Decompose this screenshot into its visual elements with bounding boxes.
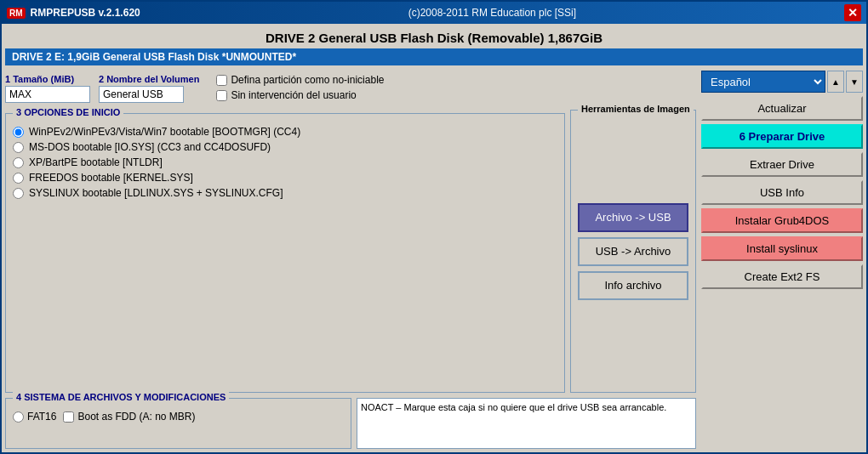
window-body: DRIVE 2 General USB Flash Disk (Removabl… [2, 24, 866, 452]
grub4dos-button[interactable]: Instalar Grub4DOS [701, 208, 863, 233]
main-window: RM RMPREPUSB v.2.1.620 (c)2008-2011 RM E… [0, 0, 868, 454]
preparar-drive-button[interactable]: 6 Preparar Drive [701, 124, 863, 149]
main-content: 1 Tamaño (MiB) 2 Nombre del Volumen Defi… [5, 71, 863, 449]
noact-box: NOACT – Marque esta caja si no quiere qu… [357, 398, 696, 449]
boot-option-2: XP/BartPE bootable [NTLDR] [13, 155, 557, 170]
section4-title: 4 SISTEMA DE ARCHIVOS Y MODIFICACIONES [13, 392, 229, 402]
boot-label-3: FREEDOS bootable [KERNEL.SYS] [29, 172, 193, 184]
right-panel: Español ▲ ▼ Actualizar 6 Preparar Drive … [701, 71, 863, 449]
boot-image-row: 3 OPCIONES DE INICIO WinPEv2/WinPEv3/Vis… [5, 110, 696, 393]
no-bootable-checkbox[interactable] [216, 75, 227, 86]
title-bar-left: RM RMPREPUSB v.2.1.620 [7, 7, 140, 19]
drive-info-bar: DRIVE 2 E: 1,9GiB General USB Flash Disk… [5, 48, 863, 65]
checkboxes-group: Defina partición como no-iniciable Sin i… [216, 74, 384, 101]
fat16-radio: FAT16 [13, 411, 56, 423]
section4-box: 4 SISTEMA DE ARCHIVOS Y MODIFICACIONES F… [5, 398, 351, 449]
language-select[interactable]: Español [701, 71, 825, 93]
volume-label: 2 Nombre del Volumen [99, 74, 199, 84]
check1-label: Defina partición como no-iniciable [231, 74, 384, 86]
close-button[interactable]: ✕ [844, 4, 861, 21]
image-tools-group: Herramientas de Imagen Archivo -> USB US… [570, 110, 696, 393]
boot-fdd-label: Boot as FDD (A: no MBR) [77, 411, 195, 423]
info-archivo-button[interactable]: Info archivo [578, 271, 688, 300]
drive-header: DRIVE 2 General USB Flash Disk (Removabl… [5, 27, 863, 48]
boot-radio-4[interactable] [13, 188, 24, 199]
boot-fdd-check: Boot as FDD (A: no MBR) [63, 411, 195, 423]
volume-field-group: 2 Nombre del Volumen [99, 74, 199, 103]
left-panel: 1 Tamaño (MiB) 2 Nombre del Volumen Defi… [5, 71, 696, 449]
app-name: RMPREPUSB v.2.1.620 [31, 7, 140, 19]
boot-radio-1[interactable] [13, 142, 24, 153]
image-tools-title: Herramientas de Imagen [578, 104, 694, 114]
size-input[interactable] [5, 86, 90, 103]
section4-content: FAT16 Boot as FDD (A: no MBR) [13, 411, 344, 423]
title-bar: RM RMPREPUSB v.2.1.620 (c)2008-2011 RM E… [2, 2, 866, 24]
fat16-radio-input[interactable] [13, 411, 24, 423]
size-label: 1 Tamaño (MiB) [5, 74, 90, 84]
checkbox-item-2: Sin intervención del usuario [216, 89, 384, 101]
boot-radio-0[interactable] [13, 127, 24, 138]
boot-label-1: MS-DOS bootable [IO.SYS] (CC3 and CC4DOS… [29, 141, 271, 153]
boot-fdd-checkbox[interactable] [63, 411, 74, 423]
boot-options-title: 3 OPCIONES DE INICIO [13, 107, 123, 117]
syslinux-button[interactable]: Install syslinux [701, 236, 863, 261]
size-field-group: 1 Tamaño (MiB) [5, 74, 90, 103]
boot-label-4: SYSLINUX bootable [LDLINUX.SYS + SYSLINU… [29, 187, 283, 199]
fields-row: 1 Tamaño (MiB) 2 Nombre del Volumen Defi… [5, 71, 696, 106]
boot-option-4: SYSLINUX bootable [LDLINUX.SYS + SYSLINU… [13, 185, 557, 201]
checkbox-item-1: Defina partición como no-iniciable [216, 74, 384, 86]
boot-option-0: WinPEv2/WinPEv3/Vista/Win7 bootable [BOO… [13, 124, 557, 139]
lang-scroll-down[interactable]: ▼ [846, 71, 863, 93]
fat16-label: FAT16 [27, 411, 56, 423]
lang-scroll-up[interactable]: ▲ [827, 71, 844, 93]
noact-text: NOACT – Marque esta caja si no quiere qu… [361, 402, 666, 412]
usb-archivo-button[interactable]: USB -> Archivo [578, 237, 688, 266]
copyright-text: (c)2008-2011 RM Education plc [SSi] [408, 7, 576, 19]
volume-input[interactable] [99, 86, 184, 103]
bottom-section: 4 SISTEMA DE ARCHIVOS Y MODIFICACIONES F… [5, 398, 696, 449]
language-selector: Español ▲ ▼ [701, 71, 863, 93]
check2-label: Sin intervención del usuario [231, 89, 356, 101]
boot-option-3: FREEDOS bootable [KERNEL.SYS] [13, 170, 557, 185]
actualizar-button[interactable]: Actualizar [701, 96, 863, 121]
extraer-drive-button[interactable]: Extraer Drive [701, 152, 863, 177]
createext2-button[interactable]: Create Ext2 FS [701, 264, 863, 289]
app-icon: RM [7, 8, 26, 19]
usb-info-button[interactable]: USB Info [701, 180, 863, 205]
boot-label-2: XP/BartPE bootable [NTLDR] [29, 156, 163, 168]
boot-radio-3[interactable] [13, 173, 24, 184]
boot-radio-2[interactable] [13, 157, 24, 168]
boot-options-group: 3 OPCIONES DE INICIO WinPEv2/WinPEv3/Vis… [5, 113, 565, 393]
archivo-usb-button[interactable]: Archivo -> USB [578, 203, 688, 232]
no-intervention-checkbox[interactable] [216, 90, 227, 101]
boot-label-0: WinPEv2/WinPEv3/Vista/Win7 bootable [BOO… [29, 126, 300, 138]
boot-options-list: WinPEv2/WinPEv3/Vista/Win7 bootable [BOO… [13, 124, 557, 201]
boot-option-1: MS-DOS bootable [IO.SYS] (CC3 and CC4DOS… [13, 139, 557, 155]
